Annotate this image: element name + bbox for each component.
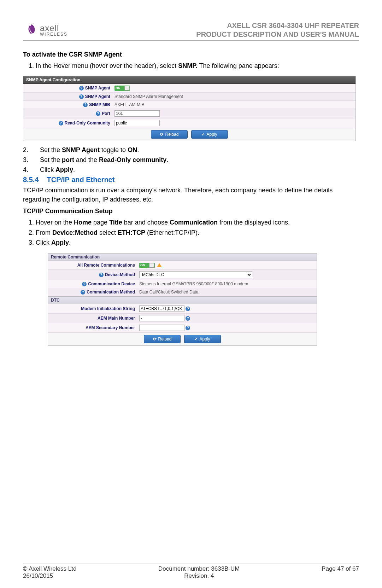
remote-panel-buttons: ⟳Reload ✓Apply: [48, 333, 317, 345]
step-1: In the Hover menu (hover over the header…: [36, 61, 359, 70]
help-icon[interactable]: ?: [79, 94, 84, 99]
step-2: 2.Set the SNMP Agent toggle to ON.: [23, 145, 359, 155]
remote-comm-title: Remote Communication: [48, 253, 317, 261]
logo-name: axell: [40, 23, 59, 33]
row-snmp-agent-toggle: ?SNMP Agent ON: [23, 84, 355, 93]
step-4: 4.Click Apply.: [23, 165, 359, 174]
tcpip-steps: Hover on the Home page Title bar and cho…: [23, 218, 359, 247]
comm-device-value: Siemens Internal GSM/GPRS 950/900/1800/1…: [137, 280, 250, 288]
reload-icon: ⟳: [160, 132, 164, 137]
help-icon[interactable]: ?: [186, 307, 190, 311]
activate-steps-1: In the Hover menu (hover over the header…: [23, 61, 359, 70]
row-snmp-mib: ?SNMP MIB AXELL-AM-MIB: [23, 101, 355, 109]
step-3: 3.Set the port and the Read-Only communi…: [23, 155, 359, 164]
row-snmp-agent-text: ?SNMP Agent Standard SNMP Alarm Manageme…: [23, 93, 355, 101]
logo: axell WIRELESS: [23, 23, 67, 37]
row-device-method: ?Device:Method MC55i:DTC: [48, 270, 317, 280]
help-icon[interactable]: ?: [82, 282, 87, 286]
activate-steps-2to4: 2.Set the SNMP Agent toggle to ON. 3.Set…: [23, 145, 359, 174]
tcpip-step-2: From Device:Method select ETH:TCP (Ether…: [36, 228, 359, 237]
apply-button[interactable]: ✓Apply: [184, 335, 221, 343]
header-title-line1: AXELL CSR 3604-3304 UHF REPEATER: [196, 21, 359, 30]
reload-icon: ⟳: [153, 337, 157, 342]
aem-secondary-input[interactable]: [139, 325, 184, 331]
snmp-panel-title: SNMP Agent Configuration: [23, 76, 355, 84]
device-method-select[interactable]: MC55i:DTC: [139, 271, 252, 278]
check-icon: ✓: [201, 132, 205, 137]
row-all-remote: All Remote Communications ON: [48, 261, 317, 270]
warning-icon: [157, 263, 162, 267]
row-comm-device: ?Communication Device Siemens Internal G…: [48, 280, 317, 288]
aem-main-input[interactable]: [139, 315, 184, 321]
header-title: AXELL CSR 3604-3304 UHF REPEATER PRODUCT…: [196, 21, 359, 39]
all-remote-toggle[interactable]: ON: [139, 263, 155, 268]
snmp-agent-toggle[interactable]: ON: [114, 86, 130, 91]
community-input[interactable]: [114, 120, 160, 126]
snmp-agent-desc: Standard SNMP Alarm Management: [112, 93, 185, 100]
help-icon[interactable]: ?: [79, 86, 84, 91]
page-footer: © Axell Wireless Ltd 26/10/2015 Document…: [23, 564, 359, 580]
snmp-panel-buttons: ⟳Reload ✓Apply: [23, 128, 355, 141]
snmp-config-panel: SNMP Agent Configuration ?SNMP Agent ON …: [23, 76, 356, 141]
activate-title: To activate the CSR SNMP Agent: [23, 51, 359, 58]
port-input[interactable]: [114, 110, 160, 117]
help-icon[interactable]: ?: [96, 111, 100, 116]
row-aem-secondary: AEM Secondary Number ?: [48, 323, 317, 333]
help-icon[interactable]: ?: [59, 121, 63, 126]
tcpip-setup-title: TCP/IP Communication Setup: [23, 208, 359, 215]
help-icon[interactable]: ?: [81, 290, 85, 295]
row-port: ?Port: [23, 109, 355, 118]
reload-button[interactable]: ⟳Reload: [151, 130, 188, 139]
snmp-mib-value: AXELL-AM-MIB: [112, 101, 147, 109]
apply-button[interactable]: ✓Apply: [191, 130, 228, 139]
modem-init-input[interactable]: [139, 305, 184, 312]
tcpip-step-3: Click Apply.: [36, 238, 359, 247]
section-number: 8.5.4: [23, 176, 39, 184]
help-icon[interactable]: ?: [83, 103, 88, 107]
section-854-heading: 8.5.4 TCP/IP and Ethernet: [23, 176, 359, 184]
remote-comm-panel: Remote Communication All Remote Communic…: [48, 253, 317, 346]
tcpip-step-1: Hover on the Home page Title bar and cho…: [36, 218, 359, 227]
section-title: TCP/IP and Ethernet: [47, 176, 115, 184]
header-title-line2: PRODUCT DESCRIPTION AND USER'S MANUAL: [196, 30, 359, 39]
remote-comm-rows: All Remote Communications ON ?Device:Met…: [48, 261, 317, 296]
logo-sub: WIRELESS: [40, 32, 67, 37]
help-icon[interactable]: ?: [99, 273, 104, 277]
footer-mid: Document number: 3633B-UM Revision. 4: [158, 565, 240, 580]
dtc-title: DTC: [48, 296, 317, 304]
check-icon: ✓: [194, 337, 198, 342]
snmp-rows: ?SNMP Agent ON ?SNMP Agent Standard SNMP…: [23, 84, 355, 128]
comm-method-value: Data Call/Circuit Switched Data: [137, 288, 200, 296]
help-icon[interactable]: ?: [186, 326, 190, 330]
reload-button[interactable]: ⟳Reload: [144, 335, 181, 343]
row-modem-init: Modem Initialization String ?: [48, 304, 317, 314]
row-comm-method: ?Communication Method Data Call/Circuit …: [48, 288, 317, 296]
page-header: axell WIRELESS AXELL CSR 3604-3304 UHF R…: [23, 21, 359, 41]
help-icon[interactable]: ?: [186, 316, 190, 321]
row-read-only-community: ?Read-Only Community: [23, 118, 355, 128]
tcpip-paragraph: TCP/IP communication is run over a compa…: [23, 186, 359, 204]
dtc-rows: Modem Initialization String ? AEM Main N…: [48, 304, 317, 333]
footer-left: © Axell Wireless Ltd 26/10/2015: [23, 565, 76, 580]
row-aem-main: AEM Main Number ?: [48, 314, 317, 323]
footer-right: Page 47 of 67: [322, 565, 359, 580]
